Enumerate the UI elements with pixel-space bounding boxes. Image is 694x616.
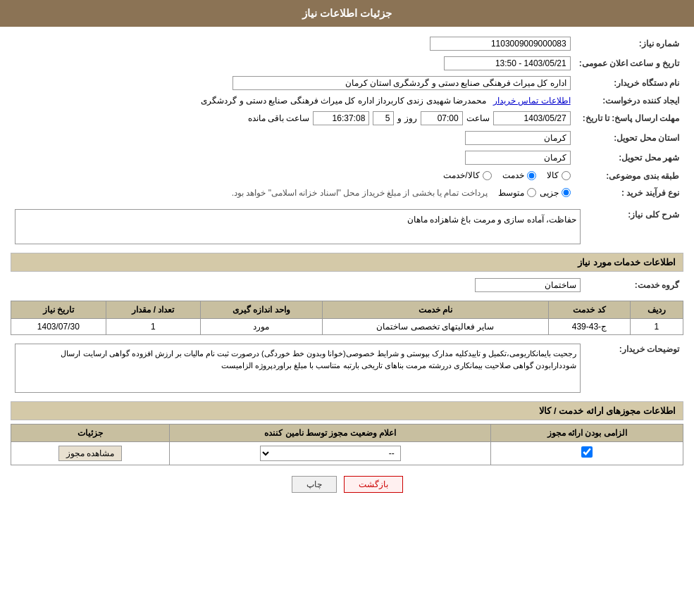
elzami-checkbox[interactable] [581, 446, 593, 458]
tarikh-input: 1403/05/27 [493, 111, 571, 125]
roz-input: 5 [373, 111, 394, 125]
grohKhedmat-label: گروه خدمت: [585, 275, 683, 295]
roz-label: روز و [397, 113, 416, 123]
saetBaghimande-input: 16:37:08 [313, 111, 369, 125]
ostanMahal-input: کرمان [465, 131, 571, 145]
mohlatErsal-label: مهلت ارسال پاسخ: تا تاریخ: [575, 108, 683, 128]
namDastgah-label: نام دستگاه خریدار: [575, 73, 683, 93]
radio-kala[interactable]: کالا [547, 170, 571, 180]
permit-cell-eelam: -- [170, 441, 491, 465]
radio-jozi-input[interactable] [562, 188, 571, 197]
cell-kod: ج-43-439 [548, 318, 630, 334]
radio-khedmat-input[interactable] [527, 171, 536, 180]
mohlatErsal-value: 1403/05/27 ساعت 07:00 روز و 5 16:37:08 س… [11, 108, 575, 128]
tarikhElan-label: تاریخ و ساعت اعلان عمومی: [575, 54, 683, 73]
radio-motavaset-input[interactable] [527, 188, 536, 197]
permit-col-joziyat: جزئیات [11, 424, 170, 441]
toziat-box: رجحیت بایمانکاریومی،تکمیل و تاییدکلیه مد… [15, 344, 581, 393]
info-table: شماره نیاز: 1103009009000083 تاریخ و ساع… [11, 34, 683, 201]
shomareNiaz-input: 1103009009000083 [430, 37, 571, 51]
noeFarayand-value: جزیی متوسط پرداخت تمام یا بخشی از مبلغ خ… [11, 185, 575, 201]
print-button[interactable]: چاپ [292, 476, 337, 493]
permit-col-elzami: الزامی بودن ارائه مجوز [491, 424, 683, 441]
groh-khedmat-table: گروه خدمت: ساختمان [11, 275, 683, 295]
cell-radif: 1 [630, 318, 683, 334]
shomareNiaz-label: شماره نیاز: [575, 34, 683, 54]
tabaqebandi-label: طبقه بندی موضوعی: [575, 168, 683, 185]
shahrMahal-input: کرمان [465, 151, 571, 165]
page-header: جزئیات اطلاعات نیاز [0, 0, 694, 27]
cell-tarikh: 1403/07/30 [11, 318, 106, 334]
toziat-table: توضیحات خریدار: رجحیت بایمانکاریومی،تکمی… [11, 341, 683, 396]
radio-khedmat-label: خدمت [502, 170, 524, 180]
noeFarayand-desc: پرداخت تمام یا بخشی از مبلغ خریداز محل "… [232, 188, 488, 198]
saet-label: ساعت [466, 113, 490, 123]
eelam-vaziat-select[interactable]: -- [260, 446, 401, 461]
sharhKolli-box: حفاظت، آماده سازی و مرمت باغ شاهزاده ماه… [15, 209, 581, 244]
buttons-row: بازگشت چاپ [11, 465, 683, 503]
tarikhElan-input: 1403/05/21 - 13:50 [444, 56, 571, 70]
content-area: شماره نیاز: 1103009009000083 تاریخ و ساع… [0, 27, 694, 510]
ijadKonande-value: اطلاعات تماس خریدار محمدرضا شهیدی زندی ک… [11, 93, 575, 108]
col-vahed: واحد اندازه گیری [201, 301, 322, 318]
radio-kala-khedmat-input[interactable] [483, 171, 492, 180]
permits-table: الزامی بودن ارائه مجوز اعلام وضعیت مجوز … [11, 424, 683, 465]
radio-jozi-label: جزیی [540, 188, 559, 198]
radio-kala-input[interactable] [562, 171, 571, 180]
sharh-niaz-table: شرح کلی نیاز: حفاظت، آماده سازی و مرمت ب… [11, 206, 683, 247]
sharhKolli-value: حفاظت، آماده سازی و مرمت باغ شاهزاده ماه… [11, 206, 585, 247]
radio-jozi[interactable]: جزیی [540, 188, 571, 198]
grohKhedmat-input: ساختمان [475, 278, 581, 292]
permit-cell-joziyat: مشاهده مجوز [11, 441, 170, 465]
view-permit-button[interactable]: مشاهده مجوز [58, 446, 122, 461]
cell-nam: سایر فعالیتهای تخصصی ساختمان [322, 318, 548, 334]
grohKhedmat-value: ساختمان [11, 275, 585, 295]
col-tarikh: تاریخ نیاز [11, 301, 106, 318]
ijadKonande-text: محمدرضا شهیدی زندی کاربرداز اداره کل میر… [201, 96, 486, 106]
radio-motavaset-label: متوسط [498, 188, 524, 198]
header-title: جزئیات اطلاعات نیاز [302, 7, 392, 19]
radio-khedmat[interactable]: خدمت [502, 170, 536, 180]
col-radif: ردیف [630, 301, 683, 318]
sharhKolli-label: شرح کلی نیاز: [585, 206, 683, 247]
col-nam: نام خدمت [322, 301, 548, 318]
cell-tedad: 1 [106, 318, 201, 334]
saet-input: 07:00 [421, 111, 463, 125]
permit-col-eelam: اعلام وضعیت مجوز توسط نامین کننده [170, 424, 491, 441]
toziat-value: رجحیت بایمانکاریومی،تکمیل و تاییدکلیه مد… [11, 341, 585, 396]
saetBaghimande-label: ساعت باقی مانده [248, 113, 310, 123]
permit-cell-elzami [491, 441, 683, 465]
page-wrapper: جزئیات اطلاعات نیاز شماره نیاز: 11030090… [0, 0, 694, 616]
services-table: ردیف کد خدمت نام خدمت واحد اندازه گیری ت… [11, 301, 683, 335]
namDastgah-value: اداره کل میراث فرهنگی صنایع دستی و گردشگ… [11, 73, 575, 93]
radio-kala-khedmat-label: کالا/خدمت [443, 170, 479, 180]
ijadKonande-label: ایجاد کننده درخواست: [575, 93, 683, 108]
radio-motavaset[interactable]: متوسط [498, 188, 536, 198]
col-kod: کد خدمت [548, 301, 630, 318]
tarikhElan-value: 1403/05/21 - 13:50 [11, 54, 575, 73]
radio-kala-label: کالا [547, 170, 559, 180]
ostanMahal-value: کرمان [11, 128, 575, 148]
back-button[interactable]: بازگشت [344, 476, 403, 493]
table-row: 1 ج-43-439 سایر فعالیتهای تخصصی ساختمان … [11, 318, 683, 334]
ostanMahal-label: استان محل تحویل: [575, 128, 683, 148]
permits-section-title: اطلاعات مجوزهای ارائه خدمت / کالا [11, 401, 683, 420]
toziat-label: توضیحات خریدار: [585, 341, 683, 396]
shahrMahal-value: کرمان [11, 148, 575, 168]
tabaqebandi-radio-group: کالا خدمت کالا/خدمت [443, 170, 570, 180]
permit-row: -- مشاهده مجوز [11, 441, 683, 465]
ijadKonande-link[interactable]: اطلاعات تماس خریدار [493, 96, 571, 106]
col-tedad: تعداد / مقدار [106, 301, 201, 318]
cell-vahed: مورد [201, 318, 322, 334]
namDastgah-input: اداره کل میراث فرهنگی صنایع دستی و گردشگ… [233, 76, 571, 90]
shahrMahal-label: شهر محل تحویل: [575, 148, 683, 168]
radio-kala-khedmat[interactable]: کالا/خدمت [443, 170, 491, 180]
shomareNiaz-value: 1103009009000083 [11, 34, 575, 54]
noeFarayand-label: نوع فرآیند خرید : [575, 185, 683, 201]
tabaqebandi-value: کالا خدمت کالا/خدمت [11, 168, 575, 185]
khedamat-section-title: اطلاعات خدمات مورد نیاز [11, 253, 683, 272]
